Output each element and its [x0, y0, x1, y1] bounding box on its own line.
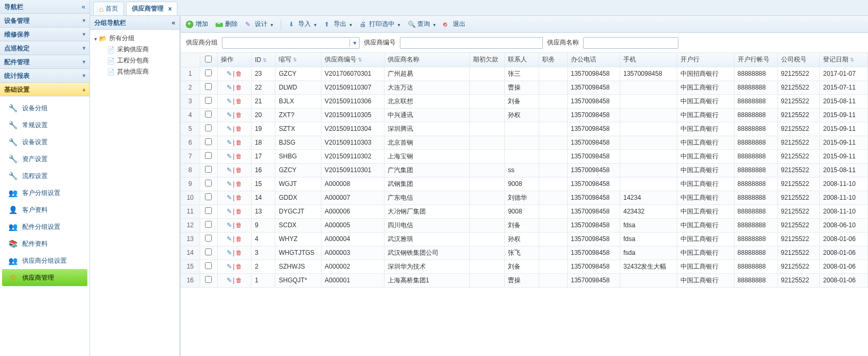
- edit-icon[interactable]: [227, 139, 232, 146]
- tree-header[interactable]: 分组导航栏 «: [90, 16, 180, 30]
- table-row[interactable]: 2|22DLWDV201509110307大连万达曹操13570098458中国…: [181, 81, 868, 94]
- row-checkbox[interactable]: [205, 97, 212, 104]
- edit-icon[interactable]: [227, 263, 232, 270]
- filter-group-combo[interactable]: ▾: [222, 37, 360, 49]
- tab-0[interactable]: 首页: [93, 2, 124, 15]
- row-checkbox-cell[interactable]: [200, 191, 217, 204]
- table-row[interactable]: 12|9SCDXA000005四川电信刘备13570098458fdsa中国工商…: [181, 218, 868, 232]
- row-checkbox[interactable]: [205, 193, 212, 200]
- tree-node-1[interactable]: 工程分包商: [105, 55, 177, 66]
- col-job[interactable]: 职务: [539, 53, 567, 67]
- toolbar-search[interactable]: 查询: [408, 20, 436, 29]
- nav-group-3[interactable]: 配件管理: [0, 55, 90, 69]
- table-row[interactable]: 3|21BJLXV201509110306北京联想刘备13570098458中国…: [181, 94, 868, 108]
- row-checkbox[interactable]: [205, 276, 212, 283]
- row-checkbox-cell[interactable]: [200, 218, 217, 232]
- edit-icon[interactable]: [227, 221, 232, 229]
- sidebar-item-9[interactable]: 供应商分组设置: [0, 252, 90, 269]
- table-row[interactable]: 6|18BJSGV201509110303北京首钢13570098458中国工商…: [181, 136, 868, 149]
- close-icon[interactable]: ×: [168, 5, 172, 13]
- table-row[interactable]: 16|1SHGQJT*A000001上海高桥集团1曹操13570098458中国…: [181, 273, 868, 287]
- row-checkbox-cell[interactable]: [200, 273, 217, 287]
- row-checkbox-cell[interactable]: [200, 108, 217, 122]
- delete-icon[interactable]: [236, 235, 242, 243]
- nav-group-1[interactable]: 维修保养: [0, 28, 90, 41]
- edit-icon[interactable]: [227, 277, 232, 284]
- col-debt[interactable]: 期初欠款: [470, 53, 505, 67]
- filter-name-input[interactable]: [583, 37, 678, 49]
- toolbar-del[interactable]: 删除: [216, 20, 238, 29]
- col-contact[interactable]: 联系人: [505, 53, 539, 67]
- tab-1[interactable]: 供应商管理×: [126, 2, 177, 15]
- col-code[interactable]: 供应商编号: [321, 53, 384, 67]
- toolbar-exit[interactable]: 退出: [443, 20, 466, 29]
- table-row[interactable]: 7|17SHBGV201509110302上海宝钢13570098458中国工商…: [181, 149, 868, 163]
- col-abbr[interactable]: 缩写: [275, 53, 321, 67]
- row-checkbox-cell[interactable]: [200, 122, 217, 136]
- col-bank[interactable]: 开户行: [677, 53, 734, 67]
- row-checkbox-cell[interactable]: [200, 136, 217, 149]
- filter-code-input[interactable]: [400, 37, 543, 49]
- sidebar-item-1[interactable]: 常规设置: [0, 117, 90, 134]
- nav-title[interactable]: 导航栏: [0, 0, 90, 14]
- row-checkbox[interactable]: [205, 69, 212, 76]
- row-checkbox[interactable]: [205, 166, 212, 173]
- table-row[interactable]: 14|3WHGTJTGSA000003武汉钢铁集团公司张飞13570098458…: [181, 246, 868, 260]
- delete-icon[interactable]: [236, 180, 242, 188]
- table-row[interactable]: 4|20ZXT?V201509110305中兴通讯孙权13570098458中国…: [181, 108, 868, 122]
- chevron-down-icon[interactable]: [432, 21, 436, 28]
- col-date[interactable]: 登记日期: [820, 53, 868, 67]
- col-tel[interactable]: 办公电话: [567, 53, 620, 67]
- edit-icon[interactable]: [227, 194, 232, 201]
- col-id[interactable]: ID: [252, 53, 275, 67]
- edit-icon[interactable]: [227, 166, 232, 174]
- nav-group-0[interactable]: 设备管理: [0, 14, 90, 28]
- row-checkbox-cell[interactable]: [200, 246, 217, 260]
- col-name[interactable]: 供应商名称: [384, 53, 470, 67]
- nav-group-4[interactable]: 统计报表: [0, 69, 90, 83]
- row-checkbox[interactable]: [205, 248, 212, 255]
- row-checkbox[interactable]: [205, 83, 212, 90]
- chevron-down-icon[interactable]: [397, 21, 400, 28]
- sidebar-item-4[interactable]: 流程设置: [0, 167, 90, 184]
- row-checkbox[interactable]: [205, 180, 212, 186]
- row-checkbox-cell[interactable]: [200, 149, 217, 163]
- nav-group-2[interactable]: 点巡检定: [0, 41, 90, 55]
- chevron-down-icon[interactable]: [270, 21, 273, 28]
- edit-icon[interactable]: [227, 249, 232, 256]
- edit-icon[interactable]: [227, 111, 232, 119]
- sidebar-item-6[interactable]: 客户资料: [0, 201, 90, 218]
- table-row[interactable]: 15|2SZHWJSA000002深圳华为技术刘备135700984583243…: [181, 260, 868, 273]
- row-checkbox-cell[interactable]: [200, 163, 217, 177]
- delete-icon[interactable]: [236, 70, 242, 77]
- row-checkbox-cell[interactable]: [200, 232, 217, 246]
- table-row[interactable]: 9|15WGJTA000008武钢集团900813570098458中国工商银行…: [181, 177, 868, 191]
- table-row[interactable]: 5|19SZTXV201509110304深圳腾讯13570098458中国工商…: [181, 122, 868, 136]
- toolbar-print[interactable]: 打印选中: [360, 20, 400, 29]
- delete-icon[interactable]: [236, 125, 242, 132]
- chevron-down-icon[interactable]: [313, 21, 317, 28]
- delete-icon[interactable]: [236, 84, 242, 91]
- delete-icon[interactable]: [236, 97, 242, 105]
- row-checkbox[interactable]: [205, 124, 212, 131]
- toolbar-import[interactable]: 导入: [289, 20, 317, 29]
- table-row[interactable]: 10|14GDDXA000007广东电信刘德华1357009845814234中…: [181, 191, 868, 204]
- toolbar-design[interactable]: 设计: [245, 20, 273, 29]
- sidebar-item-2[interactable]: 设备设置: [0, 134, 90, 150]
- col-tax[interactable]: 公司税号: [777, 53, 820, 67]
- nav-group-5[interactable]: 基础设置: [0, 83, 90, 96]
- edit-icon[interactable]: [227, 235, 232, 243]
- row-checkbox-cell[interactable]: [200, 94, 217, 108]
- row-checkbox[interactable]: [205, 138, 212, 145]
- sidebar-item-5[interactable]: 客户分组设置: [0, 184, 90, 201]
- row-checkbox[interactable]: [205, 207, 212, 214]
- filter-group-input[interactable]: [222, 39, 350, 47]
- table-row[interactable]: 13|4WHYZA000004武汉雅琪孙权13570098458fdsa中国工商…: [181, 232, 868, 246]
- col-acct[interactable]: 开户行帐号: [734, 53, 777, 67]
- tree-node-0[interactable]: 采购供应商: [105, 44, 177, 55]
- sidebar-item-8[interactable]: 配件资料: [0, 235, 90, 252]
- row-checkbox-cell[interactable]: [200, 81, 217, 94]
- toolbar-export[interactable]: 导出: [324, 20, 352, 29]
- edit-icon[interactable]: [227, 180, 232, 188]
- delete-icon[interactable]: [236, 221, 242, 229]
